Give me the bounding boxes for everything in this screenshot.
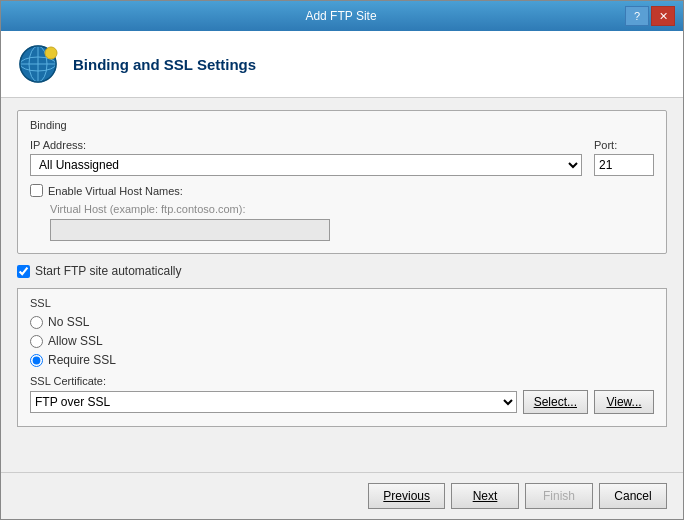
ssl-group-label: SSL (30, 297, 654, 309)
allow-ssl-radio[interactable] (30, 335, 43, 348)
binding-group-label: Binding (30, 119, 654, 131)
require-ssl-row: Require SSL (30, 353, 654, 367)
ssl-cert-select[interactable]: FTP over SSL (30, 391, 517, 413)
close-button[interactable]: ✕ (651, 6, 675, 26)
select-button[interactable]: Select... (523, 390, 588, 414)
port-field: Port: (594, 139, 654, 176)
ssl-cert-controls: FTP over SSL Select... View... (30, 390, 654, 414)
virtual-host-input[interactable] (50, 219, 330, 241)
virtual-host-checkbox[interactable] (30, 184, 43, 197)
no-ssl-label: No SSL (48, 315, 89, 329)
help-button[interactable]: ? (625, 6, 649, 26)
svg-point-6 (45, 47, 57, 59)
title-bar: Add FTP Site ? ✕ (1, 1, 683, 31)
header-title: Binding and SSL Settings (73, 56, 256, 73)
start-ftp-row: Start FTP site automatically (17, 264, 667, 278)
allow-ssl-label: Allow SSL (48, 334, 103, 348)
binding-group: Binding IP Address: All Unassigned Port:… (17, 110, 667, 254)
footer: Previous Next Finish Cancel (1, 472, 683, 519)
port-input[interactable] (594, 154, 654, 176)
require-ssl-label: Require SSL (48, 353, 116, 367)
virtual-host-label: Enable Virtual Host Names: (48, 185, 183, 197)
no-ssl-row: No SSL (30, 315, 654, 329)
ip-address-label: IP Address: (30, 139, 582, 151)
ip-address-field: IP Address: All Unassigned (30, 139, 582, 176)
next-button[interactable]: Next (451, 483, 519, 509)
require-ssl-radio[interactable] (30, 354, 43, 367)
ip-port-row: IP Address: All Unassigned Port: (30, 139, 654, 176)
start-ftp-label: Start FTP site automatically (35, 264, 182, 278)
header-section: Binding and SSL Settings (1, 31, 683, 98)
ssl-cert-label: SSL Certificate: (30, 375, 654, 387)
no-ssl-radio[interactable] (30, 316, 43, 329)
previous-button[interactable]: Previous (368, 483, 445, 509)
view-button[interactable]: View... (594, 390, 654, 414)
main-window: Add FTP Site ? ✕ Binding and SSL Setting… (0, 0, 684, 520)
globe-icon (17, 43, 59, 85)
start-ftp-checkbox[interactable] (17, 265, 30, 278)
cancel-button[interactable]: Cancel (599, 483, 667, 509)
virtual-host-checkbox-row: Enable Virtual Host Names: (30, 184, 654, 197)
finish-button[interactable]: Finish (525, 483, 593, 509)
content-area: Binding IP Address: All Unassigned Port:… (1, 98, 683, 472)
allow-ssl-row: Allow SSL (30, 334, 654, 348)
ssl-group: SSL No SSL Allow SSL Require SSL SSL Cer… (17, 288, 667, 427)
ip-address-select[interactable]: All Unassigned (30, 154, 582, 176)
title-controls: ? ✕ (625, 6, 675, 26)
virtual-host-hint: Virtual Host (example: ftp.contoso.com): (50, 203, 654, 215)
ssl-cert-row: SSL Certificate: FTP over SSL Select... … (30, 375, 654, 414)
port-label: Port: (594, 139, 654, 151)
window-title: Add FTP Site (57, 9, 625, 23)
